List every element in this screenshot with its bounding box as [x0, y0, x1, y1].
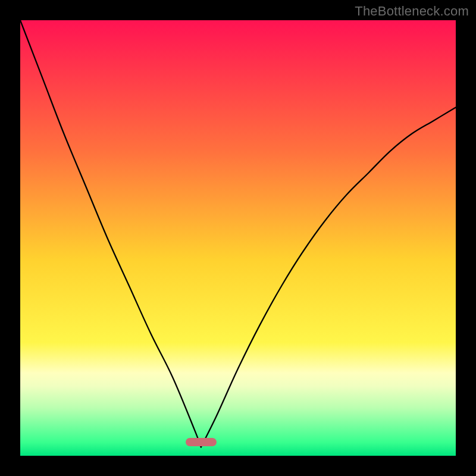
- plot-area: [20, 20, 456, 456]
- curve-left-branch: [20, 20, 201, 447]
- watermark-label: TheBottleneck.com: [355, 4, 469, 19]
- curve-right-branch: [201, 107, 456, 447]
- optimal-range-marker: [186, 438, 217, 446]
- chart-frame: TheBottleneck.com: [0, 0, 476, 476]
- bottleneck-curve: [20, 20, 456, 456]
